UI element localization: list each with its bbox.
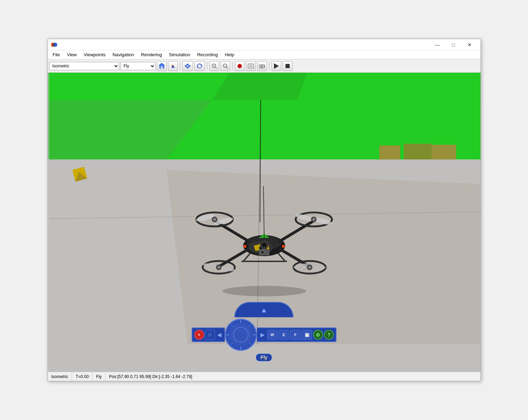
nav-w-label: W: [270, 333, 274, 337]
svg-line-83: [263, 186, 264, 238]
status-mode-text: Fly: [96, 374, 102, 379]
zoom-all-button[interactable]: –: [220, 61, 230, 71]
svg-line-90: [231, 325, 233, 327]
svg-line-91: [249, 325, 251, 327]
menu-recording[interactable]: Recording: [194, 51, 221, 58]
nav-w-button[interactable]: W: [267, 330, 277, 340]
svg-point-85: [226, 319, 256, 350]
svg-line-93: [249, 343, 251, 345]
svg-point-80: [244, 245, 246, 248]
svg-line-12: [226, 67, 228, 68]
svg-text:–: –: [224, 64, 226, 67]
stop-icon: [285, 64, 290, 68]
nav-f-button[interactable]: F: [290, 330, 301, 340]
svg-line-9: [215, 67, 217, 68]
nav-gear-button[interactable]: ✿: [313, 330, 323, 340]
rotate-button[interactable]: [194, 61, 205, 71]
svg-marker-5: [186, 67, 189, 69]
status-position-text: Pos:[57.90 0.71 95.99] Dir:[-2.35 -1.64 …: [109, 374, 192, 379]
nav-control-widget: ▲ ✕ □ ◄: [191, 302, 337, 361]
camera-button[interactable]: [257, 61, 267, 71]
record-dot-icon: [238, 64, 242, 68]
drone-model: [184, 186, 345, 298]
nav-up-zone[interactable]: ▲: [234, 302, 294, 317]
svg-line-74: [243, 253, 250, 261]
svg-rect-24: [260, 64, 262, 65]
menu-bar: File View Viewpoints Navigation Renderin…: [48, 50, 480, 59]
svg-rect-3: [172, 65, 173, 66]
svg-point-1: [53, 43, 57, 47]
menu-simulation[interactable]: Simulation: [165, 51, 194, 58]
svg-point-81: [282, 245, 285, 248]
nav-e-button[interactable]: E: [279, 330, 289, 340]
viewport[interactable]: ▲ ✕ □ ◄: [48, 73, 480, 372]
svg-point-84: [222, 286, 306, 296]
svg-point-45: [262, 243, 266, 247]
nav-e-label: E: [283, 333, 285, 337]
svg-rect-17: [248, 64, 254, 65]
toolbar-separator-3: [232, 62, 233, 70]
svg-point-73: [308, 266, 311, 269]
nav-help-button[interactable]: ?: [324, 330, 334, 340]
svg-rect-15: [249, 63, 250, 64]
svg-point-22: [261, 66, 262, 67]
svg-line-47: [278, 221, 313, 242]
play-button[interactable]: [272, 61, 281, 71]
toolbar-separator-1: [180, 62, 180, 70]
stop-button[interactable]: [283, 61, 292, 71]
viewpoint-select[interactable]: Isometric Front Back Left Right Top Bott…: [49, 62, 119, 70]
nav-help-icon: ?: [327, 332, 331, 338]
svg-rect-2: [161, 66, 163, 68]
nav-f-label: F: [294, 333, 297, 337]
nav-back-icon: □: [209, 332, 211, 337]
menu-file[interactable]: File: [49, 51, 64, 58]
close-button[interactable]: ✕: [462, 39, 478, 50]
return-home-button[interactable]: [157, 61, 167, 71]
zoom-selected-button[interactable]: +: [209, 61, 219, 71]
status-time: T=0.00: [72, 372, 93, 381]
nav-fly-label: Fly: [256, 354, 272, 361]
nav-screen-button[interactable]: ▣: [302, 330, 312, 340]
nav-right-arrow-icon[interactable]: ►: [259, 331, 266, 339]
toolbar: Isometric Front Back Left Right Top Bott…: [48, 59, 480, 73]
nav-center-disk[interactable]: [225, 319, 257, 351]
menu-navigation[interactable]: Navigation: [109, 51, 137, 58]
svg-point-55: [213, 218, 216, 221]
screenshots-button[interactable]: [246, 61, 256, 71]
svg-point-61: [312, 218, 315, 221]
nav-mode-select[interactable]: Fly Walk Orbit Pan Zoom: [121, 62, 155, 70]
left-edge: [48, 73, 49, 372]
minimize-button[interactable]: —: [429, 39, 446, 50]
record-button[interactable]: [235, 61, 245, 71]
nav-cancel-button[interactable]: ✕: [194, 330, 204, 340]
nav-gear-icon: ✿: [316, 332, 320, 338]
save-viewpoint-button[interactable]: [168, 61, 178, 71]
svg-text:+: +: [213, 64, 215, 67]
nav-cancel-icon: ✕: [197, 333, 201, 337]
svg-marker-7: [189, 65, 191, 67]
status-bar: Isometric T=0.00 Fly Pos:[57.90 0.71 95.…: [48, 372, 480, 381]
menu-view[interactable]: View: [63, 51, 80, 58]
status-mode: Fly: [93, 372, 106, 381]
nav-up-arrow-icon: ▲: [261, 306, 268, 314]
maximize-button[interactable]: □: [446, 39, 462, 50]
svg-point-79: [262, 252, 263, 253]
app-icon: [51, 41, 58, 48]
title-bar: — □ ✕: [48, 39, 480, 50]
svg-rect-16: [252, 63, 253, 64]
status-viewpoint-text: Isometric: [51, 374, 68, 379]
nav-left-arrow-icon[interactable]: ◄: [216, 331, 223, 339]
nav-back-button[interactable]: □: [205, 330, 215, 340]
svg-marker-4: [186, 63, 189, 65]
menu-help[interactable]: Help: [221, 51, 238, 58]
svg-line-92: [231, 343, 233, 345]
menu-viewpoints[interactable]: Viewpoints: [80, 51, 109, 58]
menu-rendering[interactable]: Rendering: [137, 51, 165, 58]
status-viewpoint: Isometric: [48, 372, 72, 381]
play-icon: [274, 63, 279, 69]
move-button[interactable]: [182, 61, 193, 71]
svg-point-67: [217, 266, 220, 269]
status-time-text: T=0.00: [75, 374, 89, 379]
toolbar-separator-4: [269, 62, 269, 70]
svg-line-75: [278, 253, 285, 261]
